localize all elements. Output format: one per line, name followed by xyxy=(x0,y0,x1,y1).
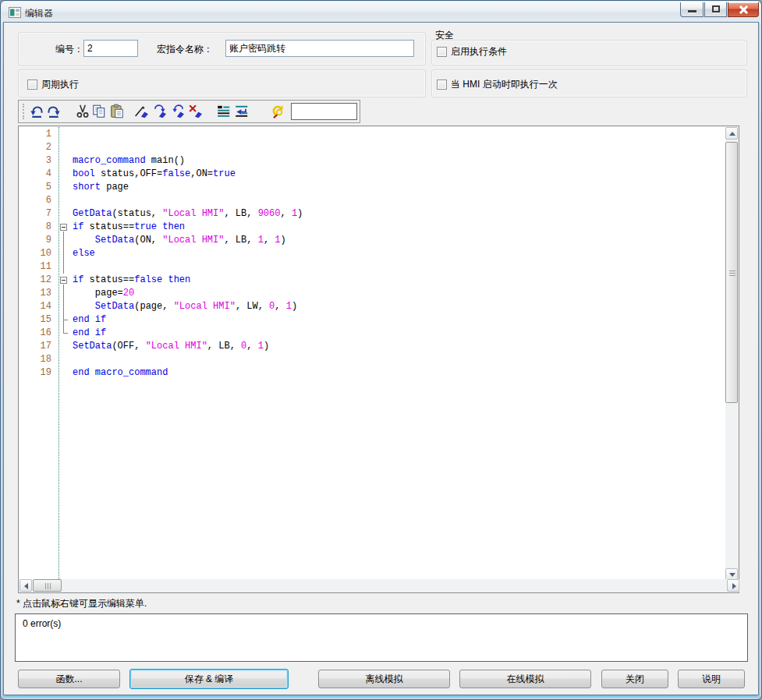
scroll-left-button[interactable] xyxy=(19,579,32,592)
periodic-exec-label: 周期执行 xyxy=(41,78,79,91)
editor-window: 编辑器 编号： 宏指令名称： 安全 启用执行条件 周期执行 当 HMI 启动时即… xyxy=(0,0,762,700)
redo-button[interactable] xyxy=(45,104,61,119)
copy-button[interactable] xyxy=(91,104,107,119)
enable-condition-checkbox[interactable] xyxy=(437,47,447,57)
paste-button[interactable] xyxy=(109,104,125,119)
fold-column xyxy=(55,194,73,207)
fold-column xyxy=(55,313,73,327)
copy-icon xyxy=(91,104,107,119)
save-compile-button[interactable]: 保存 & 编译 xyxy=(129,669,289,689)
error-status: 0 error(s) xyxy=(23,618,61,629)
vertical-scroll-thumb[interactable] xyxy=(725,142,738,403)
code-line: 1 xyxy=(19,128,726,141)
code-line: 17SetData(OFF, "Local HMI", LB, 0, 1) xyxy=(19,340,726,353)
offline-sim-button[interactable]: 离线模拟 xyxy=(318,670,450,688)
next-bookmark-button[interactable] xyxy=(152,104,168,119)
fold-column xyxy=(55,141,73,154)
titlebar[interactable]: 编辑器 xyxy=(2,2,760,23)
toggle-bookmark-icon xyxy=(134,104,150,119)
error-output: 0 error(s) xyxy=(15,613,748,662)
fold-column xyxy=(55,154,73,168)
startup-exec-checkbox[interactable] xyxy=(437,80,447,90)
code-line: 12if status==false then xyxy=(19,274,726,287)
code-text xyxy=(73,260,726,274)
vertical-scrollbar[interactable] xyxy=(725,127,738,581)
fold-toggle[interactable] xyxy=(60,224,67,231)
outdent-icon xyxy=(234,104,250,119)
line-number: 15 xyxy=(19,313,55,327)
line-number: 9 xyxy=(19,234,55,247)
previous-bookmark-button[interactable] xyxy=(170,104,186,119)
periodic-panel xyxy=(18,69,426,97)
line-number: 17 xyxy=(19,340,55,353)
window-title: 编辑器 xyxy=(25,7,53,20)
fold-column xyxy=(55,366,73,380)
code-text: macro_command main() xyxy=(73,154,726,168)
window-bottom-glass xyxy=(5,695,757,698)
code-lines: 123macro_command main()4bool status,OFF=… xyxy=(19,128,726,380)
horizontal-scroll-thumb[interactable] xyxy=(33,579,62,592)
undo-button[interactable] xyxy=(30,104,45,119)
clear-bookmarks-button[interactable] xyxy=(188,104,204,119)
code-text: GetData(status, "Local HMI", LB, 9060, 1… xyxy=(73,207,726,221)
goto-line-button[interactable] xyxy=(216,104,232,119)
online-sim-button[interactable]: 在线模拟 xyxy=(459,670,591,688)
line-number: 13 xyxy=(19,287,55,300)
cut-button[interactable] xyxy=(75,104,90,119)
code-editor: 123macro_command main()4bool status,OFF=… xyxy=(18,126,739,593)
outdent-button[interactable] xyxy=(234,104,250,119)
code-line: 4bool status,OFF=false,ON=true xyxy=(19,168,726,181)
fold-column xyxy=(55,247,73,260)
line-number: 14 xyxy=(19,300,55,313)
line-number: 19 xyxy=(19,366,55,380)
line-number: 3 xyxy=(19,154,55,168)
close-window-button[interactable] xyxy=(728,2,759,17)
macro-id-field[interactable] xyxy=(83,40,138,57)
cut-icon xyxy=(75,104,90,119)
code-text: else xyxy=(73,247,726,260)
fold-column xyxy=(55,168,73,181)
code-line: 7GetData(status, "Local HMI", LB, 9060, … xyxy=(19,207,726,221)
code-text: end if xyxy=(73,313,726,327)
code-text: short page xyxy=(73,181,726,194)
next-bookmark-icon xyxy=(152,104,168,119)
minimize-button[interactable] xyxy=(680,2,704,17)
line-number: 2 xyxy=(19,141,55,154)
functions-button[interactable]: 函数... xyxy=(18,670,120,688)
periodic-exec-checkbox[interactable] xyxy=(27,80,37,90)
line-number: 12 xyxy=(19,274,55,287)
toolbar-grip[interactable] xyxy=(23,104,25,119)
scroll-up-button[interactable] xyxy=(725,127,738,140)
find-replace-button[interactable] xyxy=(270,104,285,119)
toggle-bookmark-button[interactable] xyxy=(134,104,150,119)
line-number: 6 xyxy=(19,194,55,207)
close-button[interactable]: 关闭 xyxy=(601,670,668,688)
scroll-right-button[interactable] xyxy=(727,579,739,592)
code-text: end macro_command xyxy=(73,366,726,380)
code-area[interactable]: 123macro_command main()4bool status,OFF=… xyxy=(19,127,726,581)
maximize-button[interactable] xyxy=(704,2,727,17)
enable-condition-row: 启用执行条件 xyxy=(437,45,507,58)
line-number: 4 xyxy=(19,168,55,181)
line-number: 8 xyxy=(19,221,55,234)
code-line: 6 xyxy=(19,194,726,207)
clear-bookmarks-icon xyxy=(188,104,204,119)
code-line: 18 xyxy=(19,353,726,366)
line-number: 7 xyxy=(19,207,55,221)
paste-icon xyxy=(109,104,125,119)
redo-icon xyxy=(45,104,61,119)
fold-column xyxy=(55,234,73,247)
fold-column xyxy=(55,207,73,221)
editor-toolbar xyxy=(18,100,360,123)
help-button[interactable]: 说明 xyxy=(678,670,745,688)
horizontal-scrollbar[interactable] xyxy=(19,579,739,592)
find-replace-icon xyxy=(270,104,285,119)
startup-exec-row: 当 HMI 启动时即执行一次 xyxy=(437,78,558,91)
search-input[interactable] xyxy=(291,103,357,120)
hint-text: * 点击鼠标右键可显示编辑菜单. xyxy=(16,597,147,610)
enable-condition-label: 启用执行条件 xyxy=(451,45,507,58)
macro-name-field[interactable] xyxy=(225,40,414,57)
fold-column xyxy=(55,181,73,194)
fold-toggle[interactable] xyxy=(60,277,67,284)
startup-exec-label: 当 HMI 启动时即执行一次 xyxy=(451,78,558,91)
